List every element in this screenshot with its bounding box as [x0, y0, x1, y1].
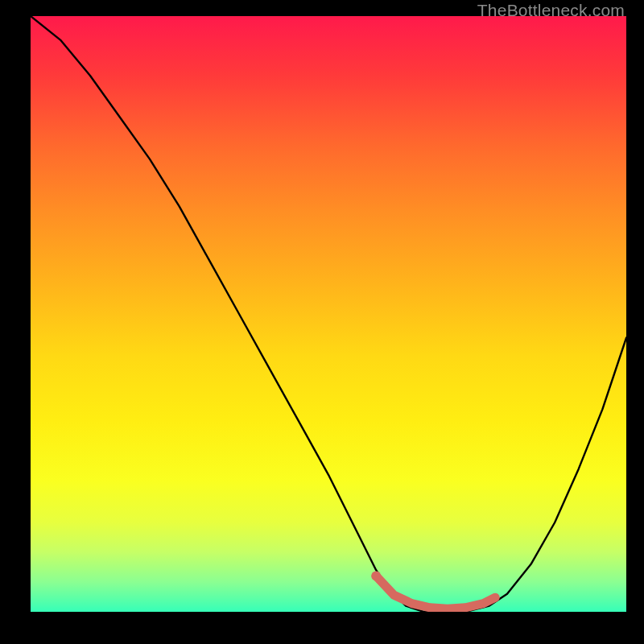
bottleneck-curve — [31, 16, 626, 612]
optimal-band-marker — [376, 576, 495, 609]
bottleneck-chart — [31, 16, 626, 612]
chart-svg — [31, 16, 626, 612]
site-branding: TheBottleneck.com — [477, 1, 625, 20]
